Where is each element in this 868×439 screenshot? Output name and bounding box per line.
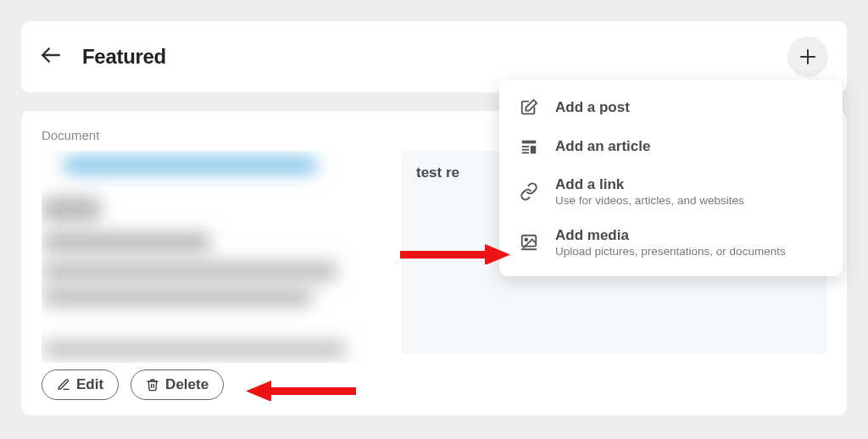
svg-rect-7 xyxy=(531,146,536,153)
page-title: Featured xyxy=(82,45,166,69)
add-featured-button[interactable] xyxy=(787,36,828,77)
annotation-arrow xyxy=(400,244,510,264)
article-icon xyxy=(518,137,540,156)
media-icon xyxy=(518,233,540,252)
svg-rect-6 xyxy=(522,152,529,153)
compose-icon xyxy=(518,98,540,117)
add-featured-menu: Add a post Add an article Add a link Use… xyxy=(499,80,843,276)
svg-marker-14 xyxy=(246,381,271,401)
edit-button[interactable]: Edit xyxy=(42,370,119,400)
menu-item-add-post[interactable]: Add a post xyxy=(503,88,839,127)
menu-item-label: Add media xyxy=(555,227,786,244)
annotation-arrow xyxy=(246,381,356,401)
menu-item-sublabel: Use for videos, articles, and websites xyxy=(555,194,744,207)
menu-item-add-link[interactable]: Add a link Use for videos, articles, and… xyxy=(503,166,839,217)
menu-item-label: Add an article xyxy=(555,138,650,155)
menu-item-label: Add a post xyxy=(555,99,630,116)
svg-rect-11 xyxy=(400,251,485,258)
svg-rect-13 xyxy=(271,387,356,395)
back-icon[interactable] xyxy=(40,44,62,69)
svg-point-9 xyxy=(525,238,527,241)
svg-rect-5 xyxy=(522,149,529,151)
svg-rect-4 xyxy=(522,146,529,147)
edit-button-label: Edit xyxy=(76,376,103,393)
document-thumbnail[interactable] xyxy=(42,151,389,363)
menu-item-add-media[interactable]: Add media Upload pictures, presentations… xyxy=(503,217,839,268)
link-icon xyxy=(518,182,540,201)
svg-rect-3 xyxy=(522,141,537,144)
trash-icon xyxy=(146,378,159,392)
menu-item-label: Add a link xyxy=(555,176,744,193)
document-preview-title: test re xyxy=(416,164,459,181)
svg-marker-12 xyxy=(485,244,510,264)
pencil-icon xyxy=(57,378,70,392)
delete-button-label: Delete xyxy=(165,376,209,393)
menu-item-sublabel: Upload pictures, presentations, or docum… xyxy=(555,245,786,258)
menu-item-add-article[interactable]: Add an article xyxy=(503,127,839,166)
delete-button[interactable]: Delete xyxy=(131,370,224,400)
